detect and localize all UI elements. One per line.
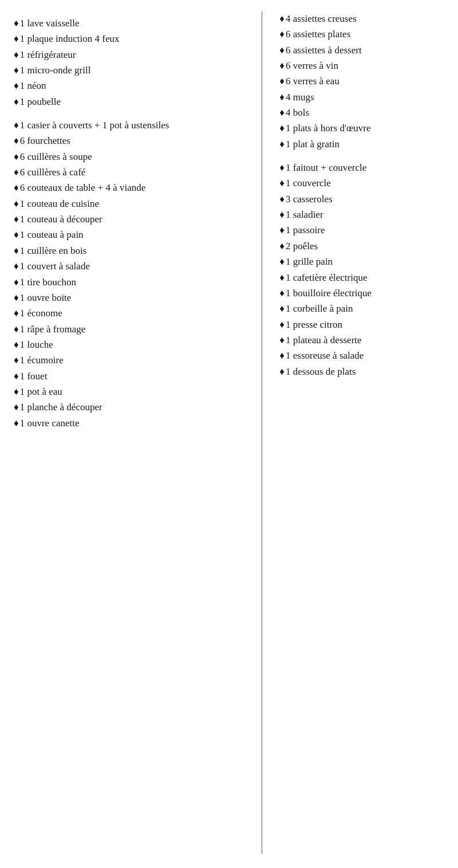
bullet-icon: ♦ — [279, 160, 285, 175]
item-text: 6 fourchettes — [20, 133, 251, 148]
item-text: 4 assiettes creuses — [286, 11, 447, 26]
bullet-icon: ♦ — [14, 197, 19, 211]
list-item: ♦1 presse citron — [279, 317, 447, 332]
list-item: ♦1 essoreuse à salade — [279, 348, 447, 363]
list-item: ♦1 grille pain — [279, 254, 447, 269]
item-text: 1 saladier — [286, 207, 447, 222]
item-text: 1 plaque induction 4 feux — [20, 32, 251, 46]
list-item: ♦6 couteaux de table + 4 à viande — [14, 180, 250, 195]
item-text: 1 essoreuse à salade — [286, 348, 447, 363]
list-item: ♦1 saladier — [279, 207, 447, 222]
page-container: ♦1 lave vaisselle♦1 plaque induction 4 f… — [6, 11, 452, 854]
list-item: ♦1 louche — [14, 337, 250, 352]
list-item: ♦1 poubelle — [14, 95, 250, 109]
item-text: 3 casseroles — [286, 192, 447, 207]
item-text: 1 casier à couverts + 1 pot à ustensiles — [20, 118, 251, 133]
list-item: ♦1 couteau à pain — [14, 227, 250, 242]
list-item: ♦4 assiettes creuses — [279, 11, 447, 26]
list-item: ♦1 passoire — [279, 223, 447, 238]
bullet-icon: ♦ — [279, 348, 285, 363]
item-text: 1 fouet — [20, 369, 251, 384]
bullet-icon: ♦ — [14, 118, 19, 133]
list-item: ♦1 casier à couverts + 1 pot à ustensile… — [14, 118, 250, 133]
list-item: ♦6 verres à vin — [279, 58, 447, 73]
left-column: ♦1 lave vaisselle♦1 plaque induction 4 f… — [6, 11, 262, 854]
bullet-icon: ♦ — [279, 27, 285, 42]
right-group2: ♦1 faitout + couvercle♦1 couvercle♦3 cas… — [279, 160, 447, 379]
left-group2: ♦1 casier à couverts + 1 pot à ustensile… — [14, 118, 250, 431]
list-item: ♦1 couteau à découper — [14, 212, 250, 227]
bullet-icon: ♦ — [14, 290, 19, 305]
bullet-icon: ♦ — [14, 227, 19, 242]
bullet-icon: ♦ — [279, 364, 285, 379]
list-item: ♦1 ouvre boite — [14, 290, 250, 305]
list-item: ♦1 bouilloire électrique — [279, 286, 447, 301]
item-text: 1 lave vaisselle — [20, 16, 251, 31]
item-text: 1 économe — [20, 306, 251, 321]
bullet-icon: ♦ — [279, 239, 285, 254]
item-text: 1 louche — [20, 337, 251, 352]
bullet-icon: ♦ — [14, 133, 19, 148]
list-item: ♦1 couvert à salade — [14, 259, 250, 274]
bullet-icon: ♦ — [279, 58, 285, 73]
item-text: 1 couvert à salade — [20, 259, 251, 274]
bullet-icon: ♦ — [14, 212, 19, 227]
bullet-icon: ♦ — [14, 180, 19, 195]
bullet-icon: ♦ — [14, 400, 19, 415]
list-item: ♦1 réfrigérateur — [14, 48, 250, 62]
list-item: ♦1 néon — [14, 78, 250, 93]
item-text: 6 verres à eau — [286, 74, 447, 89]
bullet-icon: ♦ — [279, 11, 285, 26]
list-item: ♦1 micro-onde grill — [14, 63, 250, 78]
item-text: 1 couteau de cuisine — [20, 197, 251, 211]
bullet-icon: ♦ — [279, 43, 285, 58]
item-text: 1 plats à hors d'œuvre — [286, 121, 447, 136]
list-item: ♦3 casseroles — [279, 192, 447, 207]
item-text: 6 cuillères à café — [20, 165, 251, 180]
item-text: 1 plat à gratin — [286, 137, 447, 152]
item-text: 1 ouvre canette — [20, 416, 251, 431]
list-item: ♦1 corbeille à pain — [279, 301, 447, 316]
list-item: ♦6 assiettes à dessert — [279, 43, 447, 58]
item-text: 6 cuillères à soupe — [20, 150, 251, 164]
list-item: ♦4 bols — [279, 105, 447, 120]
list-item: ♦6 assiettes plates — [279, 27, 447, 42]
item-text: 1 écumoire — [20, 353, 251, 368]
item-text: 1 pot à eau — [20, 384, 251, 399]
item-text: 1 couvercle — [286, 176, 447, 191]
list-item: ♦1 couvercle — [279, 176, 447, 191]
item-text: 1 bouilloire électrique — [286, 286, 447, 301]
bullet-icon: ♦ — [14, 337, 19, 352]
list-item: ♦1 faitout + couvercle — [279, 160, 447, 175]
list-item: ♦1 économe — [14, 306, 250, 321]
bullet-icon: ♦ — [14, 369, 19, 384]
bullet-icon: ♦ — [14, 416, 19, 431]
bullet-icon: ♦ — [14, 150, 19, 164]
bullet-icon: ♦ — [14, 275, 19, 290]
bullet-icon: ♦ — [279, 90, 285, 105]
bullet-icon: ♦ — [14, 353, 19, 368]
list-item: ♦1 plaque induction 4 feux — [14, 32, 250, 46]
bullet-icon: ♦ — [279, 105, 285, 120]
bullet-icon: ♦ — [14, 48, 19, 62]
left-group1: ♦1 lave vaisselle♦1 plaque induction 4 f… — [14, 16, 250, 109]
list-item: ♦1 ouvre canette — [14, 416, 250, 431]
list-item: ♦4 mugs — [279, 90, 447, 105]
list-item: ♦6 verres à eau — [279, 74, 447, 89]
item-text: 1 grille pain — [286, 254, 447, 269]
item-text: 4 bols — [286, 105, 447, 120]
bullet-icon: ♦ — [14, 384, 19, 399]
list-item: ♦1 planche à découper — [14, 400, 250, 415]
list-item: ♦1 écumoire — [14, 353, 250, 368]
bullet-icon: ♦ — [279, 317, 285, 332]
bullet-icon: ♦ — [279, 121, 285, 136]
bullet-icon: ♦ — [279, 176, 285, 191]
item-text: 1 poubelle — [20, 95, 251, 109]
list-item: ♦1 plat à gratin — [279, 137, 447, 152]
item-text: 1 faitout + couvercle — [286, 160, 447, 175]
bullet-icon: ♦ — [14, 63, 19, 78]
item-text: 1 passoire — [286, 223, 447, 238]
item-text: 4 mugs — [286, 90, 447, 105]
list-item: ♦1 dessous de plats — [279, 364, 447, 379]
bullet-icon: ♦ — [14, 259, 19, 274]
